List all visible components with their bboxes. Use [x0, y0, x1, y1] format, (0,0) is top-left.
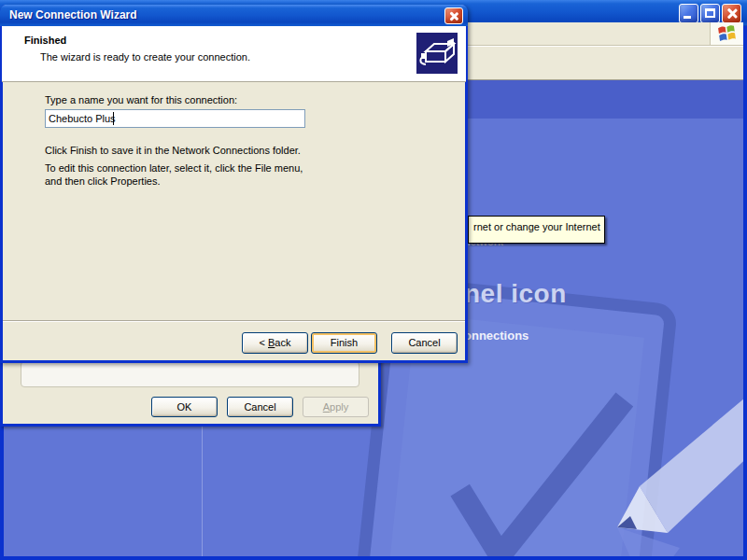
back-button[interactable]: < Back — [242, 332, 308, 354]
apply-button-label: pply — [330, 401, 348, 413]
wizard-step-subtitle: The wizard is ready to create your conne… — [40, 51, 250, 63]
windows-logo-icon — [717, 24, 737, 44]
connection-wizard-icon — [416, 33, 458, 74]
wizard-cancel-button[interactable]: Cancel — [391, 332, 458, 354]
group-box — [21, 361, 359, 387]
wizard-title: New Connection Wizard — [9, 8, 137, 21]
new-connection-wizard-dialog: New Connection Wizard Finished The wizar… — [0, 5, 468, 363]
cancel-button[interactable]: Cancel — [227, 397, 293, 417]
apply-button-accel: A — [323, 401, 330, 413]
wizard-close-button[interactable] — [444, 7, 463, 24]
edit-hint-text-line2: and then click Properties. — [45, 175, 161, 187]
wizard-header: Finished The wizard is ready to create y… — [2, 26, 466, 82]
windows-logo-badge — [710, 22, 743, 45]
apply-button[interactable]: Apply — [303, 397, 369, 417]
minimize-button[interactable] — [679, 4, 698, 23]
wizard-titlebar: New Connection Wizard — [0, 5, 468, 26]
panel-divider — [202, 427, 203, 556]
properties-dialog: OK Cancel Apply — [0, 357, 381, 427]
minimize-icon — [684, 16, 691, 19]
close-button[interactable] — [722, 4, 741, 23]
tooltip-text: rnet or change your Internet — [473, 221, 600, 232]
cancel-button-label: Cancel — [244, 401, 275, 413]
page-title-fragment: nel icon — [464, 279, 567, 309]
tooltip: rnet or change your Internet — [468, 216, 605, 244]
connection-name-input[interactable] — [45, 109, 305, 128]
connections-link-fragment[interactable]: onnections — [464, 329, 529, 343]
maximize-button[interactable] — [700, 4, 720, 23]
finish-hint-text: Click Finish to save it in the Network C… — [45, 145, 301, 156]
wizard-step-title: Finished — [24, 35, 66, 46]
maximize-icon — [705, 8, 715, 18]
back-button-prefix: < — [260, 337, 268, 348]
wizard-cancel-button-label: Cancel — [408, 337, 440, 348]
button-separator — [3, 320, 465, 322]
back-button-label: ack — [275, 337, 290, 348]
connection-name-label: Type a name you want for this connection… — [45, 94, 237, 105]
edit-hint-text-line1: To edit this connection later, select it… — [45, 162, 303, 174]
finish-button[interactable]: Finish — [311, 332, 377, 354]
ok-button-label: OK — [177, 401, 192, 413]
text-caret — [113, 112, 114, 125]
ok-button[interactable]: OK — [151, 397, 218, 417]
finish-button-label: Finish — [331, 337, 358, 348]
